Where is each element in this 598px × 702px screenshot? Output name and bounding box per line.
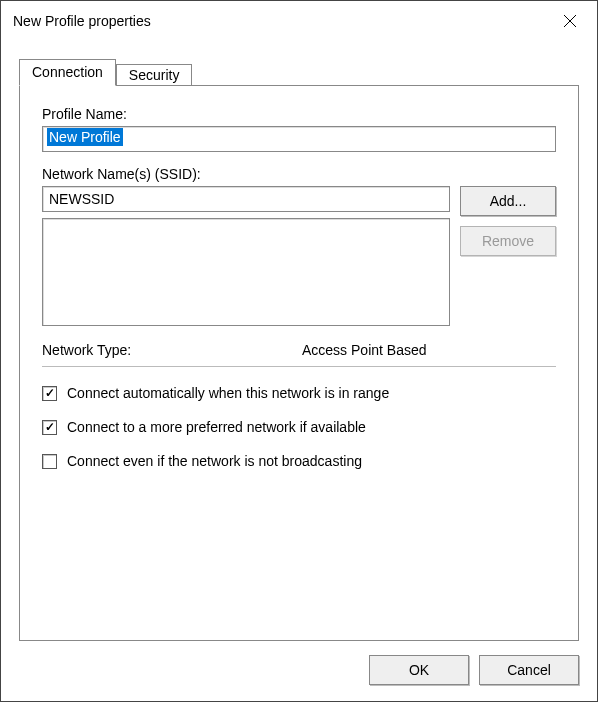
check-not-broadcasting-label: Connect even if the network is not broad… <box>67 453 362 469</box>
profile-name-value: New Profile <box>47 128 123 146</box>
close-button[interactable] <box>547 5 593 37</box>
checkbox-group: ✓ Connect automatically when this networ… <box>42 385 556 469</box>
dialog-window: New Profile properties Connection Securi… <box>0 0 598 702</box>
check-more-preferred[interactable]: ✓ <box>42 420 57 435</box>
add-button[interactable]: Add... <box>460 186 556 216</box>
window-title: New Profile properties <box>13 13 151 29</box>
check-more-preferred-row: ✓ Connect to a more preferred network if… <box>42 419 556 435</box>
network-type-row: Network Type: Access Point Based <box>42 342 556 367</box>
check-auto-connect-label: Connect automatically when this network … <box>67 385 389 401</box>
check-more-preferred-label: Connect to a more preferred network if a… <box>67 419 366 435</box>
check-not-broadcasting[interactable] <box>42 454 57 469</box>
ssid-left: NEWSSID <box>42 186 450 326</box>
titlebar: New Profile properties <box>1 1 597 41</box>
ok-button[interactable]: OK <box>369 655 469 685</box>
ssid-row: NEWSSID Add... Remove <box>42 186 556 326</box>
network-type-value: Access Point Based <box>302 342 427 358</box>
ssid-buttons: Add... Remove <box>460 186 556 256</box>
tab-connection[interactable]: Connection <box>19 59 116 86</box>
tab-security[interactable]: Security <box>116 64 193 85</box>
cancel-button[interactable]: Cancel <box>479 655 579 685</box>
check-auto-connect-row: ✓ Connect automatically when this networ… <box>42 385 556 401</box>
ssid-input[interactable]: NEWSSID <box>42 186 450 212</box>
profile-name-label: Profile Name: <box>42 106 556 122</box>
tab-panel-connection: Profile Name: New Profile Network Name(s… <box>19 85 579 641</box>
remove-button: Remove <box>460 226 556 256</box>
checkmark-icon: ✓ <box>45 421 55 433</box>
network-type-label: Network Type: <box>42 342 302 358</box>
check-not-broadcasting-row: Connect even if the network is not broad… <box>42 453 556 469</box>
ssid-value: NEWSSID <box>49 191 114 207</box>
ssid-listbox[interactable] <box>42 218 450 326</box>
close-icon <box>563 14 577 28</box>
ssid-label: Network Name(s) (SSID): <box>42 166 556 182</box>
dialog-button-row: OK Cancel <box>1 641 597 701</box>
check-auto-connect[interactable]: ✓ <box>42 386 57 401</box>
tabs-row: Connection Security <box>19 55 579 85</box>
dialog-content: Connection Security Profile Name: New Pr… <box>1 41 597 641</box>
checkmark-icon: ✓ <box>45 387 55 399</box>
profile-name-input[interactable]: New Profile <box>42 126 556 152</box>
